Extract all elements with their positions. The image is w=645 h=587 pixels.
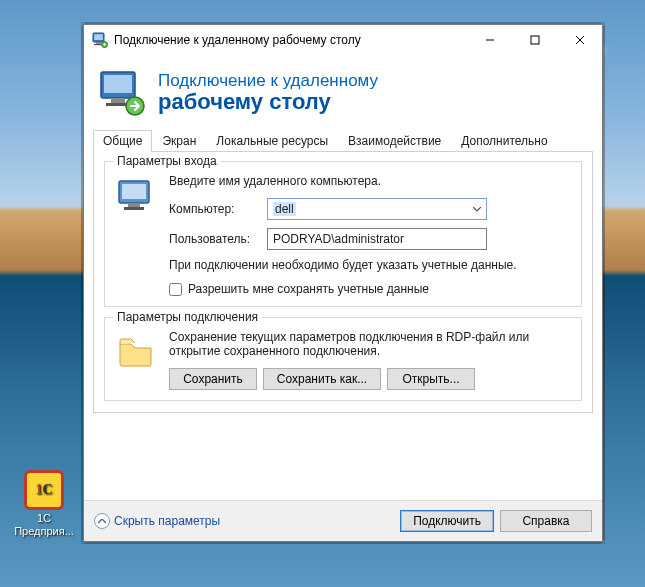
computer-icon: [115, 174, 157, 296]
svg-rect-17: [124, 207, 144, 210]
tabstrip: Общие Экран Локальные ресурсы Взаимодейс…: [93, 129, 593, 152]
desktop-shortcut-1c[interactable]: 1С 1C Предприя...: [14, 470, 74, 537]
connection-group-legend: Параметры подключения: [113, 310, 262, 324]
tab-display[interactable]: Экран: [152, 130, 206, 152]
rdp-banner-icon: [98, 69, 146, 117]
tab-content-general: Параметры входа Введите имя удаленного: [93, 152, 593, 413]
dialog-footer: Скрыть параметры Подключить Справка: [84, 500, 602, 541]
svg-rect-2: [96, 42, 101, 44]
allow-save-credentials-row[interactable]: Разрешить мне сохранять учетные данные: [169, 282, 571, 296]
banner-line2: рабочему столу: [158, 90, 378, 114]
save-button[interactable]: Сохранить: [169, 368, 257, 390]
chevron-down-icon: [468, 199, 486, 219]
computer-dropdown-value: dell: [273, 202, 296, 216]
connection-intro: Сохранение текущих параметров подключени…: [169, 330, 571, 358]
tab-general[interactable]: Общие: [93, 130, 152, 152]
svg-rect-11: [111, 98, 125, 103]
close-button[interactable]: [557, 25, 602, 54]
login-intro: Введите имя удаленного компьютера.: [169, 174, 571, 188]
svg-rect-15: [122, 184, 146, 199]
one-c-icon: 1С: [24, 470, 64, 510]
tab-advanced[interactable]: Дополнительно: [451, 130, 557, 152]
hide-options-link[interactable]: Скрыть параметры: [94, 513, 220, 529]
app-icon: [92, 32, 108, 48]
banner: Подключение к удаленному рабочему столу: [84, 55, 602, 129]
rdp-dialog-window: Подключение к удаленному рабочему столу: [83, 24, 603, 542]
hide-options-label: Скрыть параметры: [114, 514, 220, 528]
folder-icon: [115, 330, 157, 390]
connect-button[interactable]: Подключить: [400, 510, 494, 532]
user-label: Пользователь:: [169, 232, 267, 246]
help-button[interactable]: Справка: [500, 510, 592, 532]
tab-experience[interactable]: Взаимодействие: [338, 130, 451, 152]
banner-line1: Подключение к удаленному: [158, 72, 378, 91]
minimize-button[interactable]: [467, 25, 512, 54]
desktop-shortcut-label: 1C Предприя...: [14, 512, 74, 537]
svg-rect-6: [531, 36, 539, 44]
user-field[interactable]: [267, 228, 487, 250]
allow-save-credentials-checkbox[interactable]: [169, 283, 182, 296]
login-groupbox: Параметры входа Введите имя удаленного: [104, 161, 582, 307]
svg-rect-1: [94, 34, 103, 40]
desktop-background: 1С 1C Предприя... Подключение к удаленно…: [0, 0, 645, 587]
tab-local-resources[interactable]: Локальные ресурсы: [206, 130, 338, 152]
titlebar[interactable]: Подключение к удаленному рабочему столу: [84, 25, 602, 55]
login-group-legend: Параметры входа: [113, 154, 221, 168]
computer-dropdown[interactable]: dell: [267, 198, 487, 220]
allow-save-credentials-label: Разрешить мне сохранять учетные данные: [188, 282, 429, 296]
save-as-button[interactable]: Сохранить как...: [263, 368, 381, 390]
svg-rect-16: [128, 203, 140, 207]
open-button[interactable]: Открыть...: [387, 368, 475, 390]
connection-groupbox: Параметры подключения Сохранение текущих…: [104, 317, 582, 401]
credentials-hint: При подключении необходимо будет указать…: [169, 258, 571, 272]
window-title: Подключение к удаленному рабочему столу: [114, 33, 467, 47]
maximize-button[interactable]: [512, 25, 557, 54]
chevron-up-icon: [94, 513, 110, 529]
svg-rect-10: [104, 75, 132, 93]
computer-label: Компьютер:: [169, 202, 267, 216]
